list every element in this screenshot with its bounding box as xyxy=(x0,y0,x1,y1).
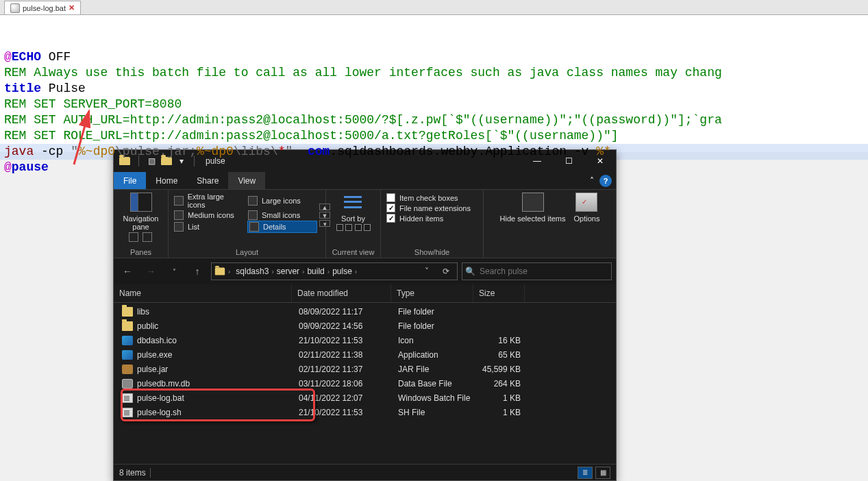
file-name: public xyxy=(137,321,158,331)
close-icon[interactable]: ✕ xyxy=(69,3,75,12)
ribbon: Navigation pane Panes Extra large iconsL… xyxy=(114,190,616,258)
file-date: 03/11/2022 18:06 xyxy=(293,379,393,388)
file-name: pulse.exe xyxy=(137,350,172,360)
col-size[interactable]: Size xyxy=(473,284,525,302)
file-size: 264 KB xyxy=(475,379,526,388)
code-line[interactable]: REM SET SERVER_PORT=8080 xyxy=(4,97,864,112)
refresh-icon[interactable]: ⟳ xyxy=(438,263,454,280)
file-name: pulse-log.sh xyxy=(137,408,182,417)
code-editor[interactable]: @ECHO OFFREM Always use this batch file … xyxy=(0,15,868,152)
file-date: 09/09/2022 14:56 xyxy=(293,321,393,331)
file-row[interactable]: pulsedb.mv.db03/11/2022 18:06Data Base F… xyxy=(114,376,616,391)
file-size: 65 KB xyxy=(475,350,526,360)
hidden-items-checkbox[interactable]: ✓ Hidden items xyxy=(386,213,478,223)
breadcrumb-item[interactable]: sqldash3 xyxy=(233,267,271,276)
hide-selected-icon xyxy=(522,193,544,212)
folder-icon xyxy=(122,321,133,331)
file-date: 08/09/2022 11:17 xyxy=(293,307,393,317)
file-row[interactable]: pulse-log.sh21/10/2022 11:53SH File1 KB xyxy=(114,405,616,419)
options-button[interactable]: ✓ Options xyxy=(574,193,600,256)
db-icon xyxy=(122,379,133,388)
file-row[interactable]: pulse.exe02/11/2022 11:38Application65 K… xyxy=(114,347,616,362)
code-line[interactable]: REM SET ROLE_URL=http://admin:pass2@loca… xyxy=(4,128,864,144)
breadcrumb-item[interactable]: build xyxy=(304,267,327,276)
checkbox-icon xyxy=(386,193,395,202)
jar-icon xyxy=(122,365,133,374)
file-date: 21/10/2022 11:53 xyxy=(293,336,393,345)
breadcrumb-item[interactable]: server xyxy=(274,267,302,276)
code-line[interactable]: title Pulse xyxy=(4,81,864,97)
file-row[interactable]: pulse.jar02/11/2022 11:37JAR File45,599 … xyxy=(114,362,616,376)
file-date: 02/11/2022 11:38 xyxy=(293,350,393,360)
icons-view-icon[interactable]: ▦ xyxy=(595,467,610,479)
sh-icon xyxy=(122,408,133,417)
file-row[interactable]: libs08/09/2022 11:17File folder xyxy=(114,304,616,319)
breadcrumb-box[interactable]: › sqldash3›server›build›pulse› ˅ ⟳ xyxy=(211,262,458,280)
details-pane-icon[interactable] xyxy=(142,232,152,242)
file-size: 1 KB xyxy=(475,393,526,403)
layout-icon xyxy=(174,222,184,232)
file-type: Application xyxy=(393,350,475,360)
layout-option[interactable]: Details xyxy=(248,221,317,232)
recent-dropdown-icon[interactable]: ˅ xyxy=(164,262,184,281)
file-type: File folder xyxy=(393,321,475,331)
file-type: File folder xyxy=(393,307,475,317)
breadcrumb-item[interactable]: pulse xyxy=(330,267,355,276)
status-bar: 8 items ≣ ▦ xyxy=(114,464,616,480)
search-input[interactable] xyxy=(480,267,608,276)
editor-tab-bar: pulse-log.bat ✕ xyxy=(0,0,868,15)
layout-option[interactable]: Small icons xyxy=(248,210,317,220)
forward-button[interactable]: → xyxy=(141,262,160,281)
help-icon[interactable]: ? xyxy=(599,175,612,187)
editor-tab[interactable]: pulse-log.bat ✕ xyxy=(4,1,81,14)
file-name: pulse.jar xyxy=(137,365,168,374)
folder-icon xyxy=(215,268,225,275)
layout-icon xyxy=(249,222,259,232)
layout-option[interactable]: Large icons xyxy=(248,193,317,209)
chevron-right-icon[interactable]: › xyxy=(355,268,357,275)
code-line[interactable]: REM Always use this batch file to call a… xyxy=(4,65,864,81)
dropdown-icon[interactable]: ˅ xyxy=(419,263,435,280)
code-line[interactable]: @pause xyxy=(4,160,864,175)
ico-icon xyxy=(122,336,133,345)
status-text: 8 items xyxy=(119,468,146,478)
search-box[interactable]: 🔍 xyxy=(462,262,612,280)
col-name[interactable]: Name xyxy=(114,284,292,302)
code-line[interactable]: java -cp "%~dp0\pulse.jar;%~dp0\libs\*" … xyxy=(4,144,864,160)
details-view-icon[interactable]: ≣ xyxy=(578,467,593,479)
file-name: pulsedb.mv.db xyxy=(137,379,190,388)
file-row[interactable]: dbdash.ico21/10/2022 11:53Icon16 KB xyxy=(114,333,616,347)
file-row[interactable]: public09/09/2022 14:56File folder xyxy=(114,319,616,333)
file-type: Data Base File xyxy=(393,379,475,388)
layout-icon xyxy=(174,196,184,206)
file-name: dbdash.ico xyxy=(137,336,177,345)
file-row[interactable]: pulse-log.bat04/11/2022 12:07Windows Bat… xyxy=(114,391,616,405)
folder-icon xyxy=(122,307,133,317)
navigation-pane-icon xyxy=(130,193,152,212)
up-button[interactable]: ↑ xyxy=(188,262,207,281)
col-type[interactable]: Type xyxy=(391,284,473,302)
collapse-ribbon-icon[interactable]: ˄ xyxy=(590,176,594,186)
layout-option[interactable]: Extra large icons xyxy=(174,193,243,209)
back-button[interactable]: ← xyxy=(118,262,137,281)
layout-option[interactable]: Medium icons xyxy=(174,210,243,220)
file-type: Windows Batch File xyxy=(393,393,475,403)
code-line[interactable]: REM SET AUTH_URL=http://admin:pass2@loca… xyxy=(4,112,864,128)
file-size: 1 KB xyxy=(475,408,526,417)
preview-pane-icon[interactable] xyxy=(129,232,138,242)
chevron-right-icon[interactable]: › xyxy=(228,268,230,275)
code-line[interactable]: @ECHO OFF xyxy=(4,49,864,65)
item-check-boxes-checkbox[interactable]: Item check boxes xyxy=(386,193,478,203)
filename-extensions-checkbox[interactable]: ✓ File name extensions xyxy=(386,203,478,213)
exe-icon xyxy=(122,350,133,360)
sort-by-button[interactable]: Sort by xyxy=(341,193,365,223)
layout-option[interactable]: List xyxy=(174,221,243,232)
navigation-pane-button[interactable]: Navigation pane xyxy=(125,193,158,231)
hide-selected-button[interactable]: Hide selected items xyxy=(500,193,566,256)
file-size: 45,599 KB xyxy=(475,365,526,374)
col-date[interactable]: Date modified xyxy=(292,284,391,302)
file-type: Icon xyxy=(393,336,475,345)
options-icon: ✓ xyxy=(575,193,597,212)
column-headers[interactable]: Name Date modified Type Size xyxy=(114,284,616,303)
search-icon: 🔍 xyxy=(465,267,475,276)
